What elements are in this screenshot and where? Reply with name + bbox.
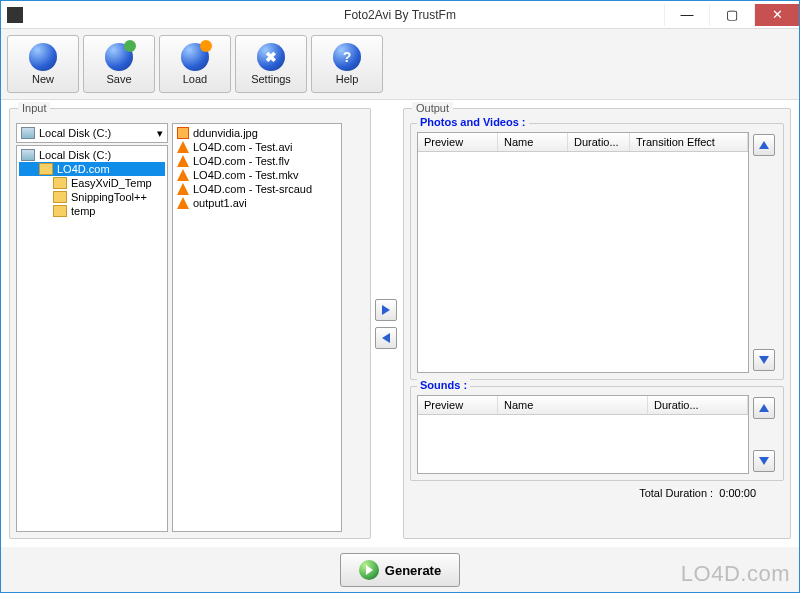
sounds-table-body[interactable] bbox=[418, 415, 748, 473]
arrow-left-icon bbox=[382, 333, 390, 343]
settings-label: Settings bbox=[251, 73, 291, 85]
add-right-button[interactable] bbox=[375, 299, 397, 321]
tree-item-label: temp bbox=[71, 205, 95, 217]
file-item-name: LO4D.com - Test.avi bbox=[193, 141, 292, 153]
tree-item[interactable]: EasyXviD_Temp bbox=[19, 176, 165, 190]
photos-table[interactable]: Preview Name Duratio... Transition Effec… bbox=[417, 132, 749, 373]
input-left-column: Local Disk (C:) ▾ Local Disk (C:)LO4D.co… bbox=[16, 123, 168, 532]
arrow-right-icon bbox=[382, 305, 390, 315]
photos-col-preview[interactable]: Preview bbox=[418, 133, 498, 151]
sun-badge-icon bbox=[200, 40, 212, 52]
transfer-buttons bbox=[375, 108, 399, 539]
folder-icon bbox=[53, 177, 67, 189]
input-group: Input Local Disk (C:) ▾ Local Disk (C:)L… bbox=[9, 108, 371, 539]
save-button[interactable]: Save bbox=[83, 35, 155, 93]
file-item[interactable]: LO4D.com - Test.mkv bbox=[175, 168, 339, 182]
file-item-name: output1.avi bbox=[193, 197, 247, 209]
tree-item-label: LO4D.com bbox=[57, 163, 110, 175]
tree-item[interactable]: SnippingTool++ bbox=[19, 190, 165, 204]
sounds-reorder-buttons bbox=[753, 395, 777, 474]
save-label: Save bbox=[106, 73, 131, 85]
file-item-name: LO4D.com - Test.flv bbox=[193, 155, 289, 167]
settings-icon: ✖ bbox=[257, 43, 285, 71]
arrow-down-icon bbox=[759, 457, 769, 465]
photos-move-up-button[interactable] bbox=[753, 134, 775, 156]
sounds-move-up-button[interactable] bbox=[753, 397, 775, 419]
app-icon bbox=[7, 7, 23, 23]
sounds-col-duration[interactable]: Duratio... bbox=[648, 396, 748, 414]
folder-tree[interactable]: Local Disk (C:)LO4D.comEasyXviD_TempSnip… bbox=[16, 145, 168, 532]
sounds-table-header: Preview Name Duratio... bbox=[418, 396, 748, 415]
sounds-group: Sounds : Preview Name Duratio... bbox=[410, 386, 784, 481]
content-area: Input Local Disk (C:) ▾ Local Disk (C:)L… bbox=[1, 100, 799, 547]
total-duration-label: Total Duration : bbox=[639, 487, 713, 499]
file-item-name: LO4D.com - Test.mkv bbox=[193, 169, 299, 181]
help-icon: ? bbox=[333, 43, 361, 71]
main-toolbar: New Save Load ✖ Settings ? Help bbox=[1, 29, 799, 100]
new-label: New bbox=[32, 73, 54, 85]
photos-move-down-button[interactable] bbox=[753, 349, 775, 371]
sounds-col-preview[interactable]: Preview bbox=[418, 396, 498, 414]
input-group-title: Input bbox=[18, 102, 50, 114]
tree-item-label: EasyXviD_Temp bbox=[71, 177, 152, 189]
vlc-cone-icon bbox=[177, 169, 189, 181]
tree-item-label: Local Disk (C:) bbox=[39, 149, 111, 161]
photos-table-body[interactable] bbox=[418, 152, 748, 372]
help-button[interactable]: ? Help bbox=[311, 35, 383, 93]
photos-videos-group: Photos and Videos : Preview Name Duratio… bbox=[410, 123, 784, 380]
bottom-bar: Generate bbox=[1, 547, 799, 593]
vlc-cone-icon bbox=[177, 155, 189, 167]
vlc-cone-icon bbox=[177, 141, 189, 153]
drive-combo[interactable]: Local Disk (C:) ▾ bbox=[16, 123, 168, 143]
arrow-up-icon bbox=[759, 404, 769, 412]
x-glyph-icon: ✖ bbox=[257, 43, 285, 71]
drive-combo-value: Local Disk (C:) bbox=[39, 127, 111, 139]
sounds-table[interactable]: Preview Name Duratio... bbox=[417, 395, 749, 474]
generate-label: Generate bbox=[385, 563, 441, 578]
file-item[interactable]: output1.avi bbox=[175, 196, 339, 210]
sounds-title: Sounds : bbox=[417, 379, 470, 391]
vlc-cone-icon bbox=[177, 183, 189, 195]
image-file-icon bbox=[177, 127, 189, 139]
load-label: Load bbox=[183, 73, 207, 85]
load-icon bbox=[181, 43, 209, 71]
tree-item[interactable]: LO4D.com bbox=[19, 162, 165, 176]
file-list[interactable]: ddunvidia.jpgLO4D.com - Test.aviLO4D.com… bbox=[172, 123, 342, 532]
file-item-name: LO4D.com - Test-srcaud bbox=[193, 183, 312, 195]
folder-icon bbox=[53, 191, 67, 203]
file-item[interactable]: LO4D.com - Test-srcaud bbox=[175, 182, 339, 196]
minimize-button[interactable]: — bbox=[664, 4, 709, 26]
file-item[interactable]: LO4D.com - Test.flv bbox=[175, 154, 339, 168]
new-button[interactable]: New bbox=[7, 35, 79, 93]
photos-table-header: Preview Name Duratio... Transition Effec… bbox=[418, 133, 748, 152]
sounds-col-name[interactable]: Name bbox=[498, 396, 648, 414]
file-item[interactable]: ddunvidia.jpg bbox=[175, 126, 339, 140]
total-duration-value: 0:00:00 bbox=[719, 487, 756, 499]
photos-col-transition[interactable]: Transition Effect bbox=[630, 133, 748, 151]
arrow-up-icon bbox=[759, 141, 769, 149]
file-item[interactable]: LO4D.com - Test.avi bbox=[175, 140, 339, 154]
titlebar: Foto2Avi By TrustFm — ▢ ✕ bbox=[1, 1, 799, 29]
remove-left-button[interactable] bbox=[375, 327, 397, 349]
tree-item-label: SnippingTool++ bbox=[71, 191, 147, 203]
sounds-move-down-button[interactable] bbox=[753, 450, 775, 472]
tree-item[interactable]: temp bbox=[19, 204, 165, 218]
tree-item[interactable]: Local Disk (C:) bbox=[19, 148, 165, 162]
total-duration-row: Total Duration : 0:00:00 bbox=[410, 487, 784, 499]
output-group: Output Photos and Videos : Preview Name … bbox=[403, 108, 791, 539]
close-button[interactable]: ✕ bbox=[754, 4, 799, 26]
maximize-button[interactable]: ▢ bbox=[709, 4, 754, 26]
window-controls: — ▢ ✕ bbox=[664, 4, 799, 26]
load-button[interactable]: Load bbox=[159, 35, 231, 93]
photos-col-duration[interactable]: Duratio... bbox=[568, 133, 630, 151]
drive-icon bbox=[21, 127, 35, 139]
photos-reorder-buttons bbox=[753, 132, 777, 373]
folder-icon bbox=[39, 163, 53, 175]
photos-col-name[interactable]: Name bbox=[498, 133, 568, 151]
generate-button[interactable]: Generate bbox=[340, 553, 460, 587]
settings-button[interactable]: ✖ Settings bbox=[235, 35, 307, 93]
photos-videos-title: Photos and Videos : bbox=[417, 116, 529, 128]
play-icon bbox=[359, 560, 379, 580]
save-icon bbox=[105, 43, 133, 71]
vlc-cone-icon bbox=[177, 197, 189, 209]
